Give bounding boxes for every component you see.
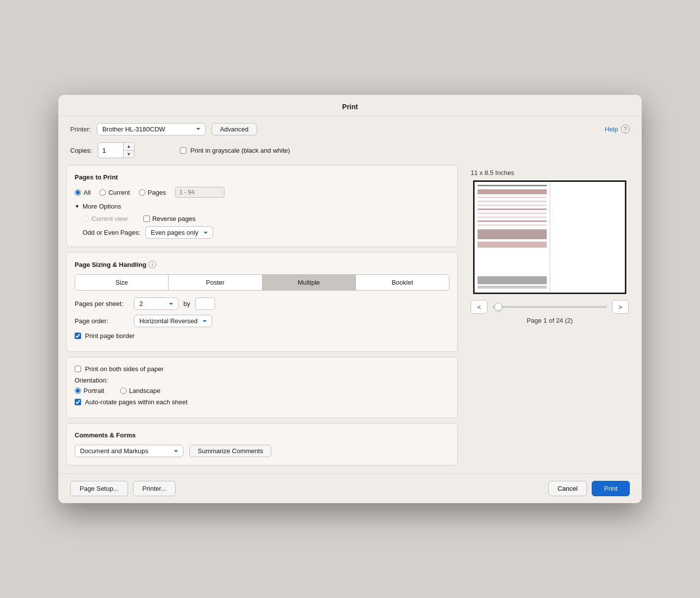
reverse-pages-label: Reverse pages	[152, 215, 195, 222]
both-sides-checkbox[interactable]	[75, 366, 81, 372]
landscape-item[interactable]: Landscape	[120, 387, 161, 394]
pages-to-print-title: Pages to Print	[75, 173, 449, 181]
printer-button[interactable]: Printer...	[133, 481, 175, 496]
current-view-row: Current view Reverse pages	[83, 215, 449, 222]
copies-input-wrapper: ▲ ▼	[98, 142, 134, 159]
page-sizing-title: Page Sizing & Handling	[75, 261, 146, 268]
auto-rotate-label[interactable]: Auto-rotate pages within each sheet	[85, 398, 187, 406]
prev-page-button[interactable]: <	[471, 300, 487, 314]
right-panel: 11 x 8.5 Inches	[466, 165, 634, 466]
comments-forms-section: Comments & Forms Document and Markups Do…	[66, 423, 458, 466]
preview-box	[473, 180, 626, 294]
preview-size-label: 11 x 8.5 Inches	[471, 169, 514, 176]
sub-options: Current view Reverse pages Odd or Even P…	[75, 215, 449, 239]
reverse-pages-checkbox[interactable]	[143, 215, 150, 222]
radio-current[interactable]	[99, 189, 106, 196]
next-page-button[interactable]: >	[612, 300, 629, 314]
printer-select[interactable]: Brother HL-3180CDW	[97, 123, 206, 135]
portrait-item[interactable]: Portrait	[75, 387, 104, 394]
grayscale-option: Print in grayscale (black and white)	[180, 147, 290, 154]
tab-booklet[interactable]: Booklet	[356, 275, 449, 290]
radio-landscape[interactable]	[120, 387, 127, 394]
copies-label: Copies:	[70, 147, 92, 154]
pages-per-sheet-row: Pages per sheet: 2 1 4 6 9 16 by	[75, 298, 449, 310]
copies-row: Copies: ▲ ▼ Print in grayscale (black an…	[58, 142, 642, 166]
print-button[interactable]: Print	[592, 481, 630, 496]
info-icon: i	[148, 260, 156, 268]
radio-all-label: All	[84, 189, 90, 196]
tab-poster[interactable]: Poster	[169, 275, 262, 290]
pages-range-input[interactable]	[175, 187, 224, 198]
print-border-label[interactable]: Print page border	[85, 332, 134, 340]
landscape-label: Landscape	[129, 387, 161, 394]
tab-multiple[interactable]: Multiple	[262, 275, 356, 290]
radio-pages[interactable]	[139, 189, 145, 196]
tab-size[interactable]: Size	[75, 275, 169, 290]
copies-increment[interactable]: ▲	[124, 143, 134, 151]
sizing-tabs: Size Poster Multiple Booklet	[75, 274, 449, 291]
printer-label: Printer:	[70, 126, 91, 133]
comments-forms-select[interactable]: Document and Markups Document Form Field…	[75, 445, 183, 457]
advanced-button[interactable]: Advanced	[212, 123, 257, 135]
comments-forms-controls: Document and Markups Document Form Field…	[75, 445, 449, 457]
radio-all[interactable]	[75, 189, 81, 196]
preview-page-right	[550, 182, 625, 293]
reverse-pages-item[interactable]: Reverse pages	[143, 215, 195, 222]
auto-rotate-row: Auto-rotate pages within each sheet	[75, 398, 449, 406]
odd-even-row: Odd or Even Pages: Even pages only All P…	[83, 226, 449, 239]
by-label: by	[183, 300, 190, 307]
page-order-label: Page order:	[75, 317, 129, 325]
main-body: Pages to Print All Current Pages	[58, 165, 642, 473]
toggle-triangle: ▼	[75, 204, 80, 209]
help-icon: ?	[621, 125, 630, 133]
page-info: Page 1 of 24 (2)	[526, 317, 572, 324]
radio-all-item[interactable]: All	[75, 189, 90, 196]
copies-decrement[interactable]: ▼	[124, 151, 134, 158]
page-slider-track	[492, 306, 607, 308]
dialog-title: Print	[342, 103, 358, 111]
page-setup-button[interactable]: Page Setup...	[70, 481, 128, 496]
title-bar: Print	[58, 95, 642, 116]
copies-input[interactable]	[98, 145, 123, 156]
radio-portrait[interactable]	[75, 387, 81, 394]
other-options-section: Print on both sides of paper Orientation…	[66, 357, 458, 418]
odd-even-select[interactable]: Even pages only All Pages Odd pages only	[145, 226, 213, 239]
pages-radio-row: All Current Pages	[75, 187, 449, 198]
radio-current-item[interactable]: Current	[99, 189, 130, 196]
bottom-bar: Page Setup... Printer... Cancel Print	[58, 473, 642, 503]
radio-pages-item[interactable]: Pages	[139, 189, 166, 196]
orientation-row: Portrait Landscape	[75, 387, 449, 394]
portrait-label: Portrait	[84, 387, 104, 394]
current-view-item[interactable]: Current view	[83, 215, 128, 222]
auto-rotate-checkbox[interactable]	[75, 399, 81, 405]
current-view-label: Current view	[91, 215, 128, 222]
printer-row: Printer: Brother HL-3180CDW Advanced Hel…	[58, 116, 642, 142]
printer-select-wrapper: Brother HL-3180CDW	[97, 123, 206, 135]
by-input[interactable]	[195, 298, 215, 310]
copies-stepper: ▲ ▼	[123, 143, 134, 158]
help-link[interactable]: Help ?	[605, 125, 630, 133]
orientation-label: Orientation:	[75, 377, 449, 384]
cancel-button[interactable]: Cancel	[548, 481, 587, 496]
radio-pages-label: Pages	[148, 189, 166, 196]
preview-page-left	[475, 182, 550, 293]
grayscale-label[interactable]: Print in grayscale (black and white)	[190, 147, 290, 154]
radio-current-label: Current	[108, 189, 130, 196]
preview-inner	[475, 182, 625, 293]
left-panel: Pages to Print All Current Pages	[66, 165, 458, 466]
both-sides-label[interactable]: Print on both sides of paper	[85, 365, 164, 373]
radio-current-view[interactable]	[83, 215, 89, 222]
odd-even-label: Odd or Even Pages:	[83, 229, 140, 236]
page-order-select[interactable]: Horizontal Reversed Horizontal Vertical …	[134, 315, 212, 327]
pages-per-sheet-select[interactable]: 2 1 4 6 9 16	[134, 298, 178, 310]
page-sizing-section: Page Sizing & Handling i Size Poster Mul…	[66, 252, 458, 352]
more-options-label: More Options	[83, 203, 121, 210]
more-options-toggle[interactable]: ▼ More Options	[75, 203, 449, 210]
print-dialog: Print Printer: Brother HL-3180CDW Advanc…	[58, 95, 642, 504]
print-border-checkbox[interactable]	[75, 333, 81, 339]
print-border-row: Print page border	[75, 332, 449, 340]
page-order-row: Page order: Horizontal Reversed Horizont…	[75, 315, 449, 327]
page-slider-thumb[interactable]	[494, 303, 502, 311]
grayscale-checkbox[interactable]	[180, 147, 186, 154]
summarize-comments-button[interactable]: Summarize Comments	[189, 445, 271, 457]
